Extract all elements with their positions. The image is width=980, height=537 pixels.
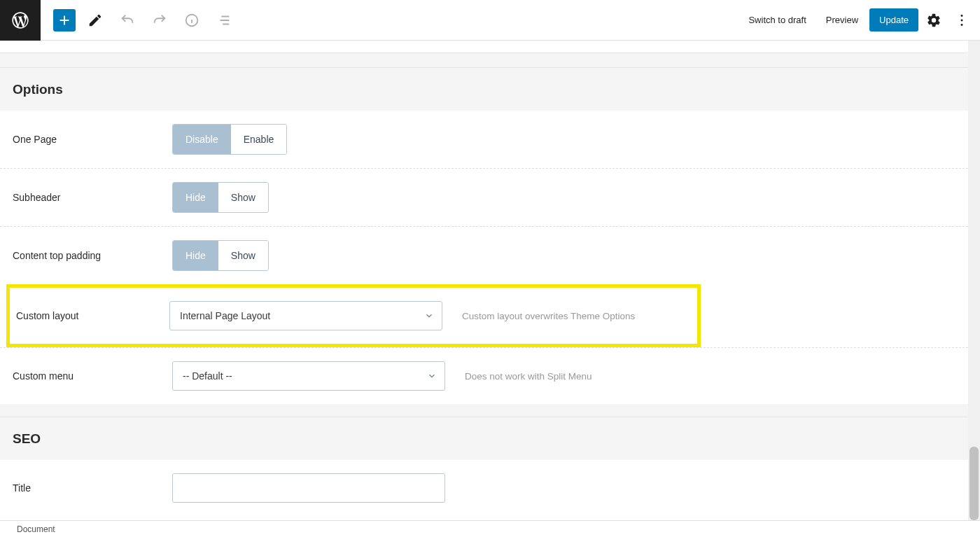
undo-button[interactable] xyxy=(115,8,140,33)
switch-to-draft-button[interactable]: Switch to draft xyxy=(740,8,814,32)
custom-layout-row: Custom layout Internal Page Layout Custo… xyxy=(10,288,697,344)
subheader-hide-button[interactable]: Hide xyxy=(173,183,218,212)
seo-title-label: Title xyxy=(13,482,172,494)
edit-tools-button[interactable] xyxy=(83,8,108,33)
outline-button[interactable] xyxy=(211,8,237,33)
custom-layout-hint: Custom layout overwrites Theme Options xyxy=(462,311,635,321)
more-vertical-icon xyxy=(954,13,969,28)
wordpress-logo[interactable] xyxy=(0,0,41,41)
one-page-disable-button[interactable]: Disable xyxy=(173,125,231,154)
svg-point-1 xyxy=(961,15,963,17)
custom-layout-highlight: Custom layout Internal Page Layout Custo… xyxy=(6,284,701,347)
pencil-icon xyxy=(88,13,103,28)
redo-icon xyxy=(152,13,167,28)
seo-title-row: Title xyxy=(0,460,968,516)
content-top-padding-row: Content top padding Hide Show xyxy=(0,226,968,284)
subheader-toggle: Hide Show xyxy=(172,182,269,213)
custom-menu-select-value: -- Default -- xyxy=(172,361,445,391)
document-overview-button[interactable] xyxy=(179,8,204,33)
one-page-enable-button[interactable]: Enable xyxy=(231,125,287,154)
content-top-padding-toggle: Hide Show xyxy=(172,240,269,271)
one-page-row: One Page Disable Enable xyxy=(0,111,968,168)
editor-topbar: Switch to draft Preview Update xyxy=(0,0,980,41)
redo-button[interactable] xyxy=(147,8,172,33)
scrollbar-track[interactable] xyxy=(968,41,980,520)
plus-icon xyxy=(57,13,72,28)
content-top-padding-show-button[interactable]: Show xyxy=(218,241,268,270)
options-heading: Options xyxy=(13,82,955,97)
more-options-button[interactable] xyxy=(949,8,974,33)
update-button[interactable]: Update xyxy=(869,8,918,32)
content-top-padding-hide-button[interactable]: Hide xyxy=(173,241,218,270)
settings-button[interactable] xyxy=(921,8,946,33)
editor-canvas: Options One Page Disable Enable Subheade… xyxy=(0,41,980,520)
subheader-label: Subheader xyxy=(13,192,172,203)
one-page-label: One Page xyxy=(13,134,172,145)
content-top-padding-label: Content top padding xyxy=(13,250,172,261)
info-icon xyxy=(184,13,200,28)
gear-icon xyxy=(926,13,941,28)
seo-section-header: SEO xyxy=(0,417,968,460)
preview-button[interactable]: Preview xyxy=(818,8,867,32)
custom-menu-row: Custom menu -- Default -- Does not work … xyxy=(0,347,968,404)
breadcrumb[interactable]: Document xyxy=(17,524,55,534)
svg-point-2 xyxy=(961,19,963,21)
custom-layout-select-value: Internal Page Layout xyxy=(169,301,442,330)
editor-footer: Document xyxy=(0,520,980,537)
undo-icon xyxy=(120,13,135,28)
subheader-show-button[interactable]: Show xyxy=(218,183,268,212)
seo-title-input[interactable] xyxy=(172,473,445,503)
scrollbar-thumb[interactable] xyxy=(969,447,979,520)
svg-point-3 xyxy=(961,23,963,25)
custom-layout-label: Custom layout xyxy=(16,310,169,321)
wordpress-icon xyxy=(10,11,30,30)
options-section-header: Options xyxy=(0,67,968,111)
custom-menu-select[interactable]: -- Default -- xyxy=(172,361,445,391)
one-page-toggle: Disable Enable xyxy=(172,124,287,155)
subheader-row: Subheader Hide Show xyxy=(0,168,968,226)
custom-layout-select[interactable]: Internal Page Layout xyxy=(169,301,442,330)
list-icon xyxy=(216,13,232,28)
add-block-button[interactable] xyxy=(53,9,76,32)
custom-menu-label: Custom menu xyxy=(13,370,172,382)
seo-heading: SEO xyxy=(13,431,955,447)
custom-menu-hint: Does not work with Split Menu xyxy=(465,371,592,382)
